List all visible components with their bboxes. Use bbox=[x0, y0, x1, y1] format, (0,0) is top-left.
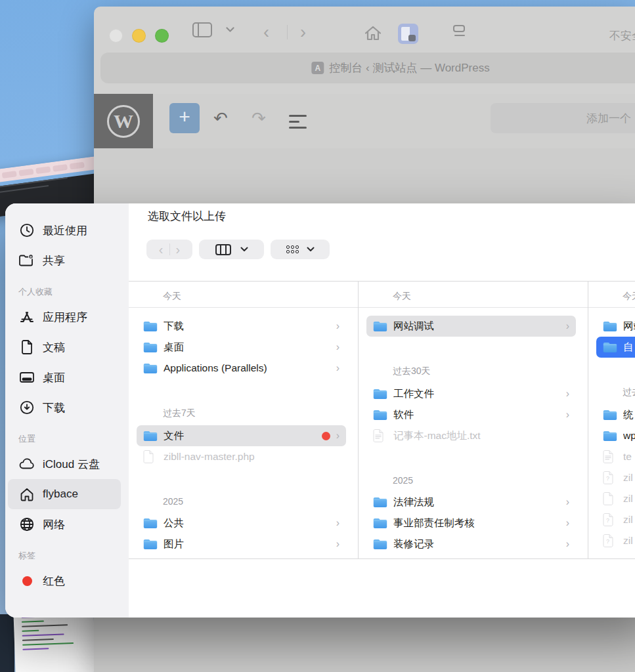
file-name: 桌面 bbox=[164, 341, 184, 354]
sidebar-item[interactable]: 网络 bbox=[8, 509, 121, 539]
file-icon bbox=[143, 450, 154, 463]
wordpress-logo-letter: W bbox=[107, 105, 140, 138]
folder-icon bbox=[373, 518, 387, 529]
finder-sidebar: 最近使用 共享 个人收藏 应用程序 文稿 桌面 下载 位置 iCloud 云盘 … bbox=[5, 203, 129, 618]
file-row[interactable]: ? zil bbox=[596, 467, 635, 488]
sidebar-item[interactable]: flybace bbox=[8, 479, 121, 509]
file-row[interactable]: zibll-nav-master.php bbox=[137, 446, 346, 467]
red-tag-icon bbox=[22, 576, 32, 586]
file-row[interactable]: 工作文件 › bbox=[366, 383, 576, 404]
back-button[interactable]: ‹ bbox=[153, 243, 169, 256]
file-group: 过去7天 文件 › zibll-nav-master.php bbox=[129, 408, 358, 467]
file-row[interactable]: ? zil bbox=[596, 530, 635, 551]
chevron-right-icon: › bbox=[566, 497, 569, 507]
file-name: 法律法规 bbox=[393, 495, 434, 509]
sidebar-toggle-icon[interactable] bbox=[192, 22, 212, 37]
add-block-button[interactable]: + bbox=[169, 103, 200, 133]
file-row[interactable]: 网站调试 › bbox=[366, 316, 576, 337]
sidebar-section-header: 位置 bbox=[18, 433, 129, 445]
minimize-button[interactable] bbox=[132, 29, 146, 43]
folder-icon bbox=[143, 321, 158, 332]
sidebar-item-label: 桌面 bbox=[43, 370, 65, 385]
sidebar-item[interactable]: 共享 bbox=[8, 245, 121, 276]
file-group: 今天 网站调试 › bbox=[359, 282, 588, 337]
file-group-header: 过去30天 bbox=[359, 366, 588, 377]
file-row[interactable]: 图片 › bbox=[137, 534, 346, 555]
list-view-icon[interactable] bbox=[289, 115, 307, 133]
back-button[interactable]: ‹ bbox=[263, 24, 269, 41]
undo-icon[interactable]: ↶ bbox=[213, 108, 228, 129]
sidebar-section-header: 标签 bbox=[18, 550, 129, 562]
download-icon bbox=[19, 400, 35, 415]
file-row[interactable]: 桌面 › bbox=[137, 337, 346, 358]
file-row[interactable]: 下载 › bbox=[137, 316, 346, 337]
folder-icon bbox=[143, 430, 158, 442]
folder-icon bbox=[373, 321, 387, 332]
sidebar-item[interactable]: 文稿 bbox=[8, 332, 121, 362]
chevron-right-icon: › bbox=[336, 342, 339, 352]
chevron-right-icon: › bbox=[566, 410, 569, 420]
file-name: zibll-nav-master.php bbox=[164, 451, 255, 463]
post-title-placeholder: 添加一个 bbox=[586, 111, 631, 126]
finder-column: 今天 下载 › 桌面 › Applications (Parallels) › … bbox=[129, 282, 359, 558]
file-row[interactable]: ? zil bbox=[596, 509, 635, 530]
chevron-down-icon[interactable] bbox=[226, 27, 233, 34]
text-file-icon bbox=[603, 450, 613, 463]
sidebar-item[interactable]: iCloud 云盘 bbox=[8, 449, 121, 479]
file-row[interactable]: 装修记录 › bbox=[366, 534, 576, 555]
group-by-button[interactable] bbox=[271, 240, 330, 259]
chevron-right-icon: › bbox=[336, 430, 339, 441]
sidebar-item[interactable]: 最近使用 bbox=[8, 215, 121, 245]
folder-icon bbox=[373, 539, 387, 550]
post-title-field[interactable]: 添加一个 bbox=[491, 103, 635, 133]
file-group-header: 今天 bbox=[588, 282, 635, 308]
zoom-button[interactable] bbox=[155, 29, 169, 43]
file-row[interactable]: 统 bbox=[596, 404, 635, 425]
file-row[interactable]: 自 bbox=[596, 337, 635, 358]
sidebar-item[interactable]: 下载 bbox=[8, 392, 121, 423]
file-name: wp bbox=[623, 430, 635, 442]
history-nav-control: ‹ › bbox=[146, 240, 192, 259]
sidebar-item[interactable]: 红色 bbox=[8, 566, 121, 596]
shared-folder-icon bbox=[18, 253, 35, 268]
view-mode-button[interactable] bbox=[199, 240, 264, 259]
file-row[interactable]: zil bbox=[596, 488, 635, 509]
wordpress-logo[interactable]: W bbox=[94, 94, 153, 148]
home-icon[interactable] bbox=[364, 25, 382, 45]
address-bar[interactable]: A 控制台 ‹ 测试站点 — WordPress bbox=[100, 52, 635, 83]
file-row[interactable]: te bbox=[596, 446, 635, 467]
chevron-right-icon: › bbox=[566, 518, 569, 528]
sidebar-item[interactable]: 应用程序 bbox=[8, 302, 121, 332]
file-row[interactable]: 软件 › bbox=[366, 404, 576, 425]
folder-icon bbox=[603, 430, 617, 442]
file-row[interactable]: 文件 › bbox=[137, 425, 346, 446]
close-button[interactable] bbox=[109, 29, 123, 43]
desktop-icon bbox=[19, 370, 35, 385]
chevron-right-icon: › bbox=[336, 539, 339, 549]
wordpress-editor-header: W + ↶ ↷ 添加一个 bbox=[94, 94, 635, 148]
sidebar-item-label: 共享 bbox=[43, 253, 65, 268]
file-row[interactable]: 网站调试 bbox=[596, 316, 635, 337]
file-row[interactable]: 事业部责任制考核 › bbox=[366, 513, 576, 534]
finder-column: 今天 网站调试 › 过去30天 工作文件 › 软件 › 记事本-mac地址.tx… bbox=[359, 282, 588, 558]
file-name: 记事本-mac地址.txt bbox=[393, 429, 481, 443]
file-name: 图片 bbox=[164, 537, 184, 551]
sidebar-item[interactable]: 桌面 bbox=[8, 362, 121, 392]
file-group: 2025 法律法规 › 事业部责任制考核 › 装修记录 › bbox=[359, 475, 588, 555]
cloud-icon bbox=[18, 457, 35, 471]
tab-layout-icon[interactable] bbox=[453, 25, 465, 32]
privacy-extension-icon[interactable] bbox=[398, 24, 418, 44]
forward-button[interactable]: › bbox=[300, 24, 306, 41]
document-icon bbox=[20, 339, 34, 355]
file-row[interactable]: 记事本-mac地址.txt bbox=[366, 425, 576, 446]
redo-icon[interactable]: ↷ bbox=[252, 108, 266, 129]
file-row[interactable]: 法律法规 › bbox=[366, 492, 576, 513]
file-group-header: 今天 bbox=[129, 282, 358, 308]
forward-button[interactable]: › bbox=[170, 243, 186, 256]
file-row[interactable]: 公共 › bbox=[137, 513, 346, 534]
finder-main: 选取文件以上传 ‹ › 今天 下载 › 桌面 › Applications (P… bbox=[129, 203, 635, 618]
window-controls bbox=[109, 29, 169, 43]
file-row[interactable]: wp bbox=[596, 425, 635, 446]
file-row[interactable]: Applications (Parallels) › bbox=[137, 358, 346, 379]
file-name: 事业部责任制考核 bbox=[393, 516, 475, 530]
